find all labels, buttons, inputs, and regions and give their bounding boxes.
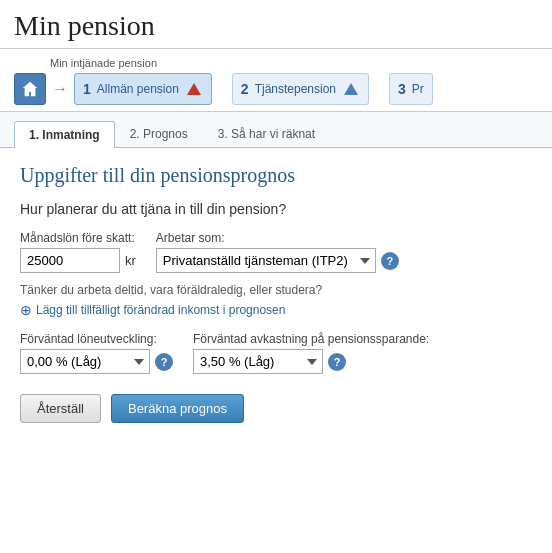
parttime-question: Tänker du arbeta deltid, vara föräldrale… <box>20 283 532 297</box>
salary-label: Månadslön före skatt: <box>20 231 136 245</box>
salary-group: Månadslön före skatt: kr <box>20 231 136 273</box>
parttime-link[interactable]: ⊕ Lägg till tillfälligt förändrad inkoms… <box>20 302 285 318</box>
salary-suffix: kr <box>125 253 136 268</box>
page-title: Min pension <box>14 10 538 42</box>
step-nav: → 1 Allmän pension 2 Tjänstepension 3 Pr <box>14 73 538 105</box>
wage-growth-label: Förväntad löneutveckling: <box>20 332 173 346</box>
step-3-number: 3 <box>398 81 406 97</box>
sub-title: Hur planerar du att tjäna in till din pe… <box>20 201 532 217</box>
wage-growth-select[interactable]: 0,00 % (Låg) 1,50 % (Medel) 3,00 % (Hög) <box>20 349 150 374</box>
calculate-button[interactable]: Beräkna prognos <box>111 394 244 423</box>
job-label: Arbetar som: <box>156 231 399 245</box>
step-nav-label: Min intjänade pension <box>50 57 538 69</box>
salary-input-wrapper: kr <box>20 248 136 273</box>
step-2-arrow[interactable] <box>342 80 360 98</box>
section-title: Uppgifter till din pensionsprognos <box>20 164 532 187</box>
return-group: Förväntad avkastning på pensionssparande… <box>193 332 429 374</box>
tabs-bar: 1. Inmatning 2. Prognos 3. Så har vi räk… <box>0 112 552 148</box>
step-2-triangle-icon <box>344 83 358 95</box>
add-icon: ⊕ <box>20 302 32 318</box>
wage-growth-group: Förväntad löneutveckling: 0,00 % (Låg) 1… <box>20 332 173 374</box>
return-select[interactable]: 3,50 % (Låg) 5,50 % (Medel) 7,50 % (Hög) <box>193 349 323 374</box>
job-select[interactable]: Privatanställd tjänsteman (ITP2) Statlig… <box>156 248 376 273</box>
parttime-section: Tänker du arbeta deltid, vara föräldrale… <box>20 283 532 318</box>
step-1[interactable]: 1 Allmän pension <box>74 73 212 105</box>
tab-sa-har-vi-raknat[interactable]: 3. Så har vi räknat <box>203 120 330 147</box>
salary-input[interactable] <box>20 248 120 273</box>
page-header: Min pension <box>0 0 552 49</box>
home-icon <box>21 80 39 98</box>
return-label: Förväntad avkastning på pensionssparande… <box>193 332 429 346</box>
step-2[interactable]: 2 Tjänstepension <box>232 73 369 105</box>
step-nav-wrapper: Min intjänade pension → 1 Allmän pension… <box>0 49 552 112</box>
step-1-arrow[interactable] <box>185 80 203 98</box>
step-2-label: Tjänstepension <box>255 82 336 96</box>
wage-growth-help-icon[interactable]: ? <box>155 353 173 371</box>
tab-prognos[interactable]: 2. Prognos <box>115 120 203 147</box>
reset-button[interactable]: Återställ <box>20 394 101 423</box>
step-2-number: 2 <box>241 81 249 97</box>
step-1-label: Allmän pension <box>97 82 179 96</box>
home-button[interactable] <box>14 73 46 105</box>
nav-separator-1: → <box>52 80 68 98</box>
button-row: Återställ Beräkna prognos <box>20 394 532 423</box>
wage-return-row: Förväntad löneutveckling: 0,00 % (Låg) 1… <box>20 332 532 374</box>
return-select-group: 3,50 % (Låg) 5,50 % (Medel) 7,50 % (Hög)… <box>193 349 429 374</box>
step-3-label: Pr <box>412 82 424 96</box>
step-1-number: 1 <box>83 81 91 97</box>
job-select-group: Privatanställd tjänsteman (ITP2) Statlig… <box>156 248 399 273</box>
job-group: Arbetar som: Privatanställd tjänsteman (… <box>156 231 399 273</box>
salary-job-row: Månadslön före skatt: kr Arbetar som: Pr… <box>20 231 532 273</box>
step-3[interactable]: 3 Pr <box>389 73 433 105</box>
job-help-icon[interactable]: ? <box>381 252 399 270</box>
main-content: Uppgifter till din pensionsprognos Hur p… <box>0 148 552 443</box>
tab-inmatning[interactable]: 1. Inmatning <box>14 121 115 148</box>
wage-growth-select-group: 0,00 % (Låg) 1,50 % (Medel) 3,00 % (Hög)… <box>20 349 173 374</box>
step-1-triangle-icon <box>187 83 201 95</box>
return-help-icon[interactable]: ? <box>328 353 346 371</box>
parttime-link-text: Lägg till tillfälligt förändrad inkomst … <box>36 303 285 317</box>
